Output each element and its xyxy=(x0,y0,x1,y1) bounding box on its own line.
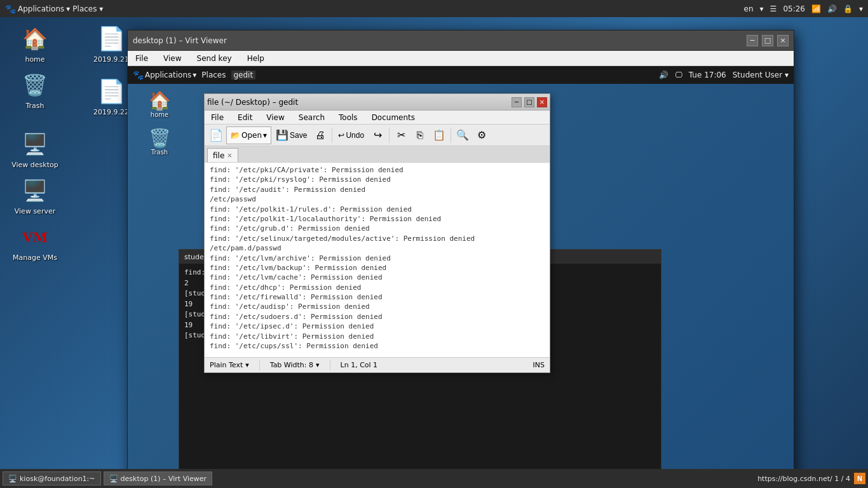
host-places-button[interactable]: Places ▾ xyxy=(72,4,103,13)
host-icon-view-desktop[interactable]: 🖥️ View desktop xyxy=(6,129,64,169)
guest-icon-trash[interactable]: 🗑️ Trash xyxy=(134,128,185,156)
virt-minimize-button[interactable]: − xyxy=(747,35,758,46)
host-topbar-left: 🐾 Applications ▾ Places ▾ xyxy=(5,4,103,14)
trash-icon: 🗑️ xyxy=(20,70,50,100)
gedit-content[interactable]: find: '/etc/pki/CA/private': Permission … xyxy=(205,163,550,357)
gedit-title: file (~/ Desktop) – gedit xyxy=(207,98,298,107)
virt-maximize-button[interactable]: □ xyxy=(762,35,773,46)
host-lock-icon[interactable]: 🔒 xyxy=(843,4,853,13)
gedit-menu-file[interactable]: File xyxy=(208,112,226,123)
gedit-find-button[interactable]: 🔍 xyxy=(454,126,471,144)
gedit-new-button[interactable]: 📄 xyxy=(207,126,225,144)
guest-user-menu[interactable]: Student User ▾ xyxy=(733,71,789,79)
virt-title: desktop (1) – Virt Viewer xyxy=(133,36,227,45)
gedit-minimize-button[interactable]: − xyxy=(512,97,522,107)
guest-topbar-right: 🔊 🖵 Tue 17:06 Student User ▾ xyxy=(659,71,789,79)
gedit-titlebar-buttons: − □ × xyxy=(512,97,547,107)
host-icon-manage-vms[interactable]: VM Manage VMs xyxy=(6,222,64,262)
guest-trash-icon: 🗑️ xyxy=(149,128,171,149)
toolbar-sep-2 xyxy=(389,128,390,143)
gedit-close-button[interactable]: × xyxy=(537,97,547,107)
toolbar-sep-3 xyxy=(451,128,451,143)
manage-vms-icon: VM xyxy=(20,222,50,252)
status-sep-1 xyxy=(259,360,260,370)
host-time: 05:26 xyxy=(783,4,805,13)
gedit-toolbar: 📄 📂 Open ▾ 💾 Save 🖨 ↩ xyxy=(205,125,550,146)
toolbar-sep-1 xyxy=(332,128,332,143)
gedit-paste-button[interactable]: 📋 xyxy=(430,126,448,144)
guest-time: Tue 17:06 xyxy=(689,71,726,79)
view-server-icon: 🖥️ xyxy=(20,175,50,206)
guest-apps-button[interactable]: 🐾 Applications ▾ xyxy=(133,70,196,80)
host-desktop: 🏠 home 🗑️ Trash 🖥️ View desktop 🖥️ View … xyxy=(0,17,868,469)
view-desktop-icon: 🖥️ xyxy=(20,129,50,159)
gedit-save-button[interactable]: 💾 Save xyxy=(273,126,310,144)
host-topbar-right: en ▾ ☰ 05:26 📶 🔊 🔒 ▾ xyxy=(744,4,863,13)
host-bottombar: 🖥️ kiosk@foundation1:~ 🖥️ desktop (1) – … xyxy=(0,469,868,488)
gedit-open-button[interactable]: 📂 Open ▾ xyxy=(226,126,271,144)
host-topbar: 🐾 Applications ▾ Places ▾ en ▾ ☰ 05:26 📶… xyxy=(0,0,868,17)
gedit-menu-search[interactable]: Search xyxy=(296,112,327,123)
virt-titlebar: desktop (1) – Virt Viewer − □ × xyxy=(128,30,794,51)
host-icon-view-server[interactable]: 🖥️ View server xyxy=(6,175,64,215)
gedit-cut-button[interactable]: ✂ xyxy=(392,126,410,144)
gedit-statusbar: Plain Text ▾ Tab Width: 8 ▾ Ln 1, Col 1 xyxy=(205,357,550,372)
guest-topbar: 🐾 Applications ▾ Places gedit 🔊 🖵 Tue 17… xyxy=(128,66,794,84)
home-icon: 🏠 xyxy=(20,24,50,54)
gedit-menu-documents[interactable]: Documents xyxy=(369,112,417,123)
virt-menu-sendkey[interactable]: Send key xyxy=(194,53,234,64)
guest-display-icon: 🖵 xyxy=(675,71,682,79)
gedit-menu-edit[interactable]: Edit xyxy=(235,112,255,123)
host-bottombar-url: https://blog.csdn.net/ 1 / 4 xyxy=(757,475,850,483)
virt-close-button[interactable]: × xyxy=(777,35,789,46)
guest-volume-icon[interactable]: 🔊 xyxy=(659,71,668,79)
virt-menu-view[interactable]: View xyxy=(161,53,184,64)
guest-topbar-left: 🐾 Applications ▾ Places gedit xyxy=(133,70,255,80)
host-icon-home[interactable]: 🏠 home xyxy=(6,24,64,64)
gedit-menu-tools[interactable]: Tools xyxy=(336,112,360,123)
host-desktop-icons: 🏠 home 🗑️ Trash 🖥️ View desktop 🖥️ View … xyxy=(6,24,64,262)
gedit-tabs: file × xyxy=(205,146,550,163)
virt-menubar: File View Send key Help xyxy=(128,51,794,66)
gedit-status-plain-text[interactable]: Plain Text ▾ xyxy=(210,361,249,369)
host-page-icon: N xyxy=(854,473,865,484)
gedit-status-mode: INS xyxy=(533,361,545,369)
guest-icon-home[interactable]: 🏠 home xyxy=(134,90,185,118)
host-wifi-icon: 📶 xyxy=(811,4,821,13)
guest-home-icon: 🏠 xyxy=(149,90,171,111)
guest-places-button[interactable]: Places xyxy=(201,71,226,79)
virt-content: 🐾 Applications ▾ Places gedit 🔊 🖵 Tue 17… xyxy=(128,66,794,487)
gedit-tab-close[interactable]: × xyxy=(227,152,232,159)
host-lang[interactable]: en xyxy=(744,4,754,13)
host-apps-button[interactable]: 🐾 Applications ▾ xyxy=(5,4,70,14)
gedit-menu-view[interactable]: View xyxy=(264,112,287,123)
host-bottombar-right: https://blog.csdn.net/ 1 / 4 N xyxy=(757,473,865,484)
virt-viewer-window: desktop (1) – Virt Viewer − □ × File Vie… xyxy=(127,30,794,487)
virt-menu-file[interactable]: File xyxy=(133,53,151,64)
guest-desktop-area: 🏠 home 🗑️ Trash 📁 home 🗑️ xyxy=(128,84,794,469)
gedit-status-tab-width[interactable]: Tab Width: 8 ▾ xyxy=(270,361,320,369)
gedit-undo-button[interactable]: ↩ Undo xyxy=(335,126,367,144)
gedit-copy-button[interactable]: ⎘ xyxy=(411,126,429,144)
virt-titlebar-buttons: − □ × xyxy=(747,35,789,46)
gedit-titlebar: file (~/ Desktop) – gedit − □ × xyxy=(205,94,550,111)
virt-menu-help[interactable]: Help xyxy=(245,53,267,64)
gedit-maximize-button[interactable]: □ xyxy=(524,97,534,107)
status-sep-2 xyxy=(330,360,330,370)
guest-gedit-button[interactable]: gedit xyxy=(231,71,256,79)
host-task-virt-viewer[interactable]: 🖥️ desktop (1) – Virt Viewer xyxy=(104,471,213,485)
host-volume-icon[interactable]: 🔊 xyxy=(827,4,837,13)
file-doc-icon-1: 📄 xyxy=(96,24,126,54)
gedit-redo-button[interactable]: ↪ xyxy=(369,126,386,144)
gedit-replace-button[interactable]: ⚙ xyxy=(473,126,491,144)
host-task-kiosk[interactable]: 🖥️ kiosk@foundation1:~ xyxy=(3,471,101,485)
host-icon-trash[interactable]: 🗑️ Trash xyxy=(6,70,64,110)
gedit-print-button[interactable]: 🖨 xyxy=(311,126,329,144)
gedit-tab-file[interactable]: file × xyxy=(207,148,238,162)
gedit-status-position: Ln 1, Col 1 xyxy=(341,361,378,369)
file-doc-icon-2: 📄 xyxy=(96,76,126,107)
host-menu-icon[interactable]: ☰ xyxy=(770,4,777,13)
gedit-window: file (~/ Desktop) – gedit − □ × File Edi… xyxy=(204,93,550,373)
gedit-menubar: File Edit View Search Tools Documents xyxy=(205,111,550,125)
